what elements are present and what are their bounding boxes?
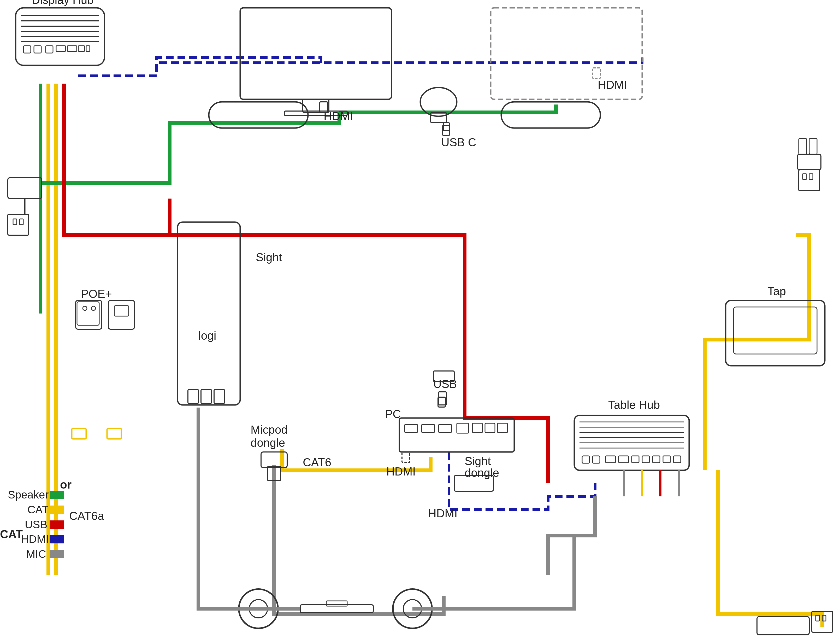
svg-point-32 xyxy=(83,306,87,310)
svg-rect-63 xyxy=(606,456,616,463)
legend-usb: USB xyxy=(25,518,47,531)
table-hub-device: Table Hub xyxy=(574,398,689,496)
svg-rect-13 xyxy=(86,46,90,51)
svg-rect-48 xyxy=(485,423,495,433)
svg-rect-78 xyxy=(809,174,813,179)
micpod-dongle-label2: dongle xyxy=(251,436,285,449)
display-hub-device: Display Hub xyxy=(16,0,105,65)
cat6-label: CAT6 xyxy=(303,456,331,469)
svg-rect-92 xyxy=(49,491,64,499)
svg-rect-65 xyxy=(632,456,639,463)
svg-rect-94 xyxy=(49,521,64,529)
svg-rect-37 xyxy=(188,389,198,404)
svg-rect-46 xyxy=(457,423,468,433)
svg-rect-7 xyxy=(23,46,31,53)
svg-rect-82 xyxy=(757,616,809,635)
or-label: or xyxy=(60,478,72,491)
svg-rect-67 xyxy=(653,456,660,463)
svg-rect-98 xyxy=(438,397,445,407)
legend-hdmi: HDMI xyxy=(21,533,49,545)
svg-rect-34 xyxy=(108,301,134,329)
svg-rect-8 xyxy=(34,46,41,53)
svg-rect-50 xyxy=(402,452,410,462)
svg-rect-38 xyxy=(201,389,211,404)
usb-c-label: USB C xyxy=(441,136,476,149)
svg-rect-81 xyxy=(809,138,817,154)
right-speaker xyxy=(501,102,600,128)
legend-speaker: Speaker xyxy=(8,488,49,501)
legend-cat: CAT xyxy=(28,503,49,516)
svg-rect-100 xyxy=(72,429,86,439)
sight-logi-text: logi xyxy=(198,329,216,342)
svg-rect-27 xyxy=(8,214,29,235)
poe-plus-device: POE+ xyxy=(76,288,134,329)
svg-rect-24 xyxy=(501,102,600,128)
svg-rect-28 xyxy=(13,219,17,225)
cat-bottom-label: CAT xyxy=(0,528,23,540)
ptz-camera: USB C xyxy=(420,87,476,149)
svg-rect-93 xyxy=(49,506,64,514)
svg-rect-84 xyxy=(816,615,819,621)
svg-rect-79 xyxy=(797,154,821,170)
sight-dongle-label: Sight xyxy=(465,455,491,467)
svg-rect-62 xyxy=(593,456,600,463)
svg-rect-80 xyxy=(799,138,807,154)
svg-rect-69 xyxy=(673,456,681,463)
svg-rect-19 xyxy=(593,68,600,78)
cat6a-label: CAT6a xyxy=(69,509,104,522)
svg-rect-12 xyxy=(78,46,85,51)
svg-rect-68 xyxy=(663,456,670,463)
svg-rect-75 xyxy=(734,307,817,354)
svg-rect-35 xyxy=(114,306,129,316)
power-outlet-right xyxy=(797,138,821,191)
table-hub-label: Table Hub xyxy=(608,398,660,411)
svg-rect-23 xyxy=(443,123,450,131)
svg-rect-95 xyxy=(49,535,64,544)
svg-rect-49 xyxy=(498,423,508,433)
svg-rect-10 xyxy=(56,46,65,51)
display-hub-label: Display Hub xyxy=(31,0,93,6)
svg-rect-96 xyxy=(49,550,64,558)
svg-rect-47 xyxy=(472,423,482,433)
svg-rect-29 xyxy=(20,219,23,225)
hdmi-label-3: HDMI xyxy=(386,465,416,478)
svg-rect-61 xyxy=(582,456,589,463)
sight-device: logi Sight xyxy=(177,222,282,405)
svg-rect-42 xyxy=(400,418,514,452)
connection-diagram: Display Hub HDMI HDMI USB C xyxy=(0,0,840,644)
svg-rect-64 xyxy=(619,456,629,463)
svg-rect-11 xyxy=(67,46,77,51)
svg-rect-39 xyxy=(214,389,224,404)
svg-rect-76 xyxy=(799,170,820,191)
svg-rect-25 xyxy=(8,177,42,199)
sight-label: Sight xyxy=(256,251,282,264)
svg-rect-43 xyxy=(404,425,418,432)
pc-device: PC xyxy=(385,407,514,452)
hdmi-label-2: HDMI xyxy=(598,78,627,91)
poe-plus-label: POE+ xyxy=(81,288,112,300)
pc-label: PC xyxy=(385,407,401,421)
svg-rect-31 xyxy=(77,302,99,325)
usb-label: USB xyxy=(433,378,457,390)
svg-rect-77 xyxy=(803,174,806,179)
svg-rect-14 xyxy=(240,8,391,99)
sight-dongle-label2: dongle xyxy=(465,467,499,479)
tap-label: Tap xyxy=(768,285,786,297)
svg-rect-9 xyxy=(46,46,53,53)
svg-rect-99 xyxy=(107,429,121,439)
power-adapter-left xyxy=(8,177,42,235)
legend-mic: MIC xyxy=(26,548,46,560)
micpod-dongle-label: Micpod xyxy=(251,423,288,436)
svg-point-33 xyxy=(92,306,95,310)
svg-rect-44 xyxy=(422,425,435,432)
svg-rect-36 xyxy=(177,222,240,405)
hdmi-label-4: HDMI xyxy=(428,507,457,520)
svg-rect-66 xyxy=(642,456,650,463)
svg-rect-45 xyxy=(439,425,452,432)
